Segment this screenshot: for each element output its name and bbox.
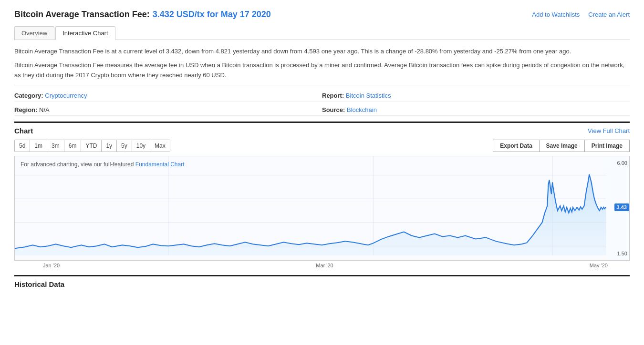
time-btn-6m[interactable]: 6m	[64, 140, 82, 152]
chart-notice: For advanced charting, view our full-fea…	[21, 161, 185, 168]
fundamental-chart-link[interactable]: Fundamental Chart	[135, 161, 185, 168]
print-image-button[interactable]: Print Image	[584, 140, 630, 152]
page-title-value: 3.432 USD/tx for May 17 2020	[153, 10, 271, 20]
current-value-badge: 3.43	[614, 203, 629, 211]
time-btn-ytd[interactable]: YTD	[81, 140, 102, 152]
meta-report-label: Report:	[322, 92, 344, 99]
time-buttons-group: 5d 1m 3m 6m YTD 1y 5y 10y Max	[14, 140, 170, 152]
meta-report: Report: Bitcoin Statistics	[322, 90, 630, 101]
x-label-jan: Jan '20	[43, 263, 60, 268]
description-para2: Bitcoin Average Transaction Fee measures…	[14, 61, 630, 81]
view-full-chart-link[interactable]: View Full Chart	[588, 127, 630, 134]
time-btn-1y[interactable]: 1y	[102, 140, 117, 152]
description-para1: Bitcoin Average Transaction Fee is at a …	[14, 47, 630, 57]
chart-section: Chart View Full Chart 5d 1m 3m 6m YTD 1y…	[14, 122, 630, 270]
header-links: Add to Watchlists Create an Alert	[532, 11, 630, 18]
page-header: Bitcoin Average Transaction Fee: 3.432 U…	[14, 10, 630, 20]
meta-region-value: N/A	[39, 106, 50, 113]
y-label-top: 6.00	[609, 160, 627, 166]
time-btn-max[interactable]: Max	[150, 140, 170, 152]
save-image-button[interactable]: Save Image	[539, 140, 585, 152]
y-label-low: 1.50	[609, 251, 627, 256]
tab-interactive-chart[interactable]: Interactive Chart	[55, 26, 115, 40]
meta-category: Category: Cryptocurrency	[14, 90, 322, 101]
time-btn-10y[interactable]: 10y	[132, 140, 150, 152]
time-btn-1m[interactable]: 1m	[30, 140, 47, 152]
chart-title: Chart	[14, 127, 33, 135]
meta-category-value[interactable]: Cryptocurrency	[45, 92, 87, 99]
time-btn-5y[interactable]: 5y	[117, 140, 132, 152]
chart-header: Chart View Full Chart	[14, 122, 630, 135]
x-axis: Jan '20 Mar '20 May '20	[14, 261, 630, 270]
chart-svg	[15, 156, 629, 260]
meta-source-value[interactable]: Blockchain	[347, 106, 377, 113]
x-label-mar: Mar '20	[316, 263, 333, 268]
meta-region-label: Region:	[14, 106, 37, 113]
historical-title: Historical Data	[14, 280, 64, 288]
tabs: Overview Interactive Chart	[14, 26, 630, 40]
time-btn-3m[interactable]: 3m	[47, 140, 64, 152]
chart-controls: 5d 1m 3m 6m YTD 1y 5y 10y Max Export Dat…	[14, 140, 630, 152]
add-to-watchlist-link[interactable]: Add to Watchlists	[532, 11, 580, 18]
x-label-may: May '20	[590, 263, 608, 268]
time-btn-5d[interactable]: 5d	[15, 140, 30, 152]
meta-category-label: Category:	[14, 92, 43, 99]
description: Bitcoin Average Transaction Fee is at a …	[14, 47, 630, 80]
meta-source-label: Source:	[322, 106, 345, 113]
meta-report-value[interactable]: Bitcoin Statistics	[346, 92, 391, 99]
tab-overview[interactable]: Overview	[14, 26, 54, 40]
action-buttons-group: Export Data Save Image Print Image	[493, 140, 630, 152]
chart-area: For advanced charting, view our full-fea…	[14, 156, 630, 261]
title-group: Bitcoin Average Transaction Fee: 3.432 U…	[14, 10, 271, 20]
meta-region: Region: N/A	[14, 104, 322, 116]
historical-section: Historical Data	[14, 275, 630, 288]
create-alert-link[interactable]: Create an Alert	[588, 11, 630, 18]
export-data-button[interactable]: Export Data	[493, 140, 539, 152]
y-axis: 6.00 4.50 3.43 1.50	[607, 156, 629, 260]
metadata: Category: Cryptocurrency Report: Bitcoin…	[14, 85, 630, 116]
page-title-label: Bitcoin Average Transaction Fee:	[14, 10, 150, 20]
meta-source: Source: Blockchain	[322, 104, 630, 116]
